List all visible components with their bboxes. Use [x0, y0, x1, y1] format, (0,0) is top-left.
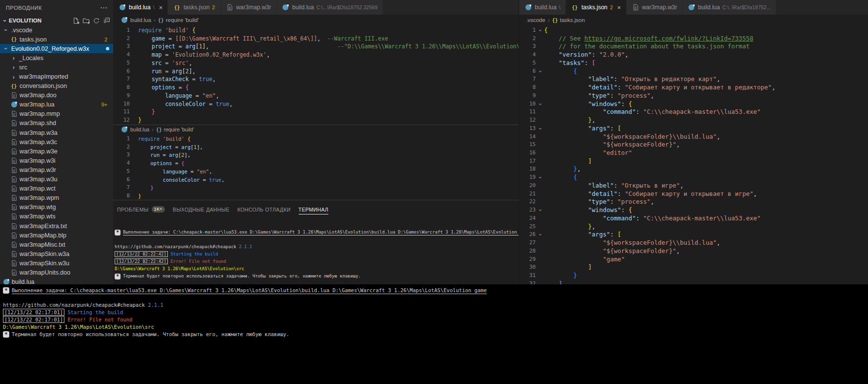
terminal-line: [12/13/22 02:22:42] Starting the build: [115, 251, 519, 258]
breadcrumb-item[interactable]: {}tasks.json: [552, 17, 585, 23]
lua-icon: [10, 101, 18, 108]
tab-badge: 2: [610, 4, 613, 10]
breadcrumb-item[interactable]: build.lua: [120, 126, 149, 133]
line-number: 6: [113, 67, 130, 76]
tree-item[interactable]: war3map.wct: [0, 184, 113, 193]
code-text: }: [138, 116, 141, 125]
panel-tab-output[interactable]: ВЫХОДНЫЕ ДАННЫЕ: [173, 207, 229, 214]
tree-item[interactable]: ›src: [0, 63, 113, 72]
tree-item[interactable]: war3map.w3c: [0, 137, 113, 147]
tab-label: build.lua: [129, 4, 151, 11]
new-file-icon[interactable]: [72, 17, 80, 24]
editor-tab[interactable]: build.lua\×: [113, 0, 168, 15]
code-line: 29 "game": [519, 256, 868, 264]
terminal-view[interactable]: *Выполнение задачи: C:\cheapack-master\l…: [113, 217, 519, 280]
tree-item[interactable]: build.lua: [0, 277, 113, 284]
terminal-line: *Терминал будет повторно использоваться …: [115, 273, 519, 280]
tree-item[interactable]: war3map.w3r: [0, 165, 113, 174]
tree-item[interactable]: war3mapUnits.doo: [0, 268, 113, 277]
editor-tab[interactable]: build.luaC:\...\Rar$DIa18752.32569: [277, 0, 383, 15]
tree-item[interactable]: war3map.w3i: [0, 156, 113, 165]
more-actions-icon[interactable]: ⋯: [100, 3, 107, 12]
tree-item[interactable]: war3map.w3e: [0, 147, 113, 156]
code-line: 2 project = arg[1],: [113, 143, 519, 151]
code-line: 20 "label": "Открыть в игре",: [519, 182, 868, 190]
code-text: }: [138, 192, 141, 200]
file-icon: [10, 166, 18, 174]
tree-item[interactable]: war3map.w3a: [0, 128, 113, 137]
line-number: 10: [519, 100, 536, 108]
terminal-text: [12/13/22 02:22:42] Error! File not foun…: [115, 258, 226, 265]
tree-item[interactable]: ›_Locales: [0, 53, 113, 63]
breadcrumb-label: require 'build': [164, 127, 194, 132]
editor-tab[interactable]: war3map.w3r: [221, 0, 277, 15]
tree-item[interactable]: war3mapSkin.w3u: [0, 258, 113, 268]
editor-tab[interactable]: {}tasks.json2: [168, 0, 220, 15]
bottom-terminal[interactable]: *Выполнение задачи: C:\cheapack-master\l…: [0, 284, 868, 384]
file-icon: [10, 194, 18, 202]
panel-tab-terminal[interactable]: ТЕРМИНАЛ: [299, 207, 329, 214]
code-line: 18 },: [519, 165, 868, 173]
line-number: 14: [519, 133, 536, 141]
line-number: 2: [519, 35, 536, 43]
line-number: 5: [519, 59, 536, 67]
tree-item[interactable]: war3map.mmp: [0, 109, 113, 119]
tree-item[interactable]: war3map.shd: [0, 119, 113, 128]
code-line: 27 "${workspaceFolder}\\build.lua",: [519, 239, 868, 247]
new-folder-icon[interactable]: [82, 17, 90, 24]
tree-item[interactable]: {}conversation.json: [0, 82, 113, 91]
tree-item[interactable]: war3map.w3u: [0, 175, 113, 184]
breadcrumb-item[interactable]: build.lua: [120, 16, 151, 24]
tree-item[interactable]: war3mapExtra.txt: [0, 221, 113, 231]
panel-tab-debug-console[interactable]: КОНСОЛЬ ОТЛАДКИ: [237, 207, 290, 214]
tree-item[interactable]: war3mapMisc.txt: [0, 240, 113, 249]
code-text: "label": "Открыть в редакторе карт",: [544, 75, 720, 84]
tree-item[interactable]: ›Evolution0.02_Reforged.w3x: [0, 44, 113, 53]
tree-item[interactable]: ›.vscode: [0, 25, 113, 35]
editor-tab[interactable]: {}tasks.json2×: [566, 0, 626, 15]
editor-build-lua[interactable]: 1require 'build' {2 game = [[D:\Games\Wa…: [113, 25, 519, 125]
code-text: "windows": {: [544, 206, 632, 214]
tree-item-label: war3map.w3i: [20, 157, 56, 164]
tab-badge: 2: [212, 4, 215, 10]
line-number: 9: [113, 92, 130, 100]
tree-item[interactable]: war3mapMap.blp: [0, 231, 113, 240]
panel-tab-problems[interactable]: ПРОБЛЕМЫ1K+: [117, 206, 165, 214]
symbol-object-icon: {}: [552, 18, 558, 23]
fold-icon: ›: [536, 100, 544, 108]
tree-item[interactable]: war3mapSkin.w3a: [0, 249, 113, 258]
line-number: 28: [519, 247, 536, 256]
editor-tab[interactable]: build.luaC:\..\Rar$DIa18752...: [683, 0, 776, 15]
workspace-section-header[interactable]: › EVOLUTION: [0, 16, 113, 25]
close-icon[interactable]: ×: [159, 4, 163, 11]
code-line: 4 options = {: [113, 159, 519, 168]
editor-build-lua-split[interactable]: 1require 'build' {2 project = arg[1],3 r…: [113, 134, 519, 200]
tree-item[interactable]: war3map.wtg: [0, 203, 113, 212]
breadcrumb-item[interactable]: {}require 'build': [158, 17, 199, 23]
editor-tab[interactable]: build.lua\: [519, 0, 566, 15]
refresh-icon[interactable]: [92, 17, 100, 24]
editor-tasks-json[interactable]: 1›{2 // See https://go.microsoft.com/fwl…: [519, 25, 868, 284]
file-icon: [10, 148, 18, 155]
code-text: consoleColor = true,: [138, 100, 233, 108]
tab-label: build.lua: [292, 4, 314, 11]
editor-tab[interactable]: war3map.w3r: [626, 0, 683, 15]
breadcrumb-item[interactable]: .vscode: [526, 17, 545, 23]
tree-item[interactable]: ›war3mapImported: [0, 72, 113, 81]
code-line: 10 consoleColor = true,: [113, 100, 519, 108]
breadcrumb-item[interactable]: {}require 'build': [156, 127, 194, 132]
tree-item[interactable]: war3map.lua9+: [0, 100, 113, 109]
tree-item[interactable]: war3map.wts: [0, 212, 113, 221]
line-number: 13: [519, 125, 536, 133]
close-icon[interactable]: ×: [617, 4, 621, 11]
code-text: "detail": "Собирает карту и открывает в …: [544, 190, 757, 198]
code-line: 22 "type": "process",: [519, 198, 868, 206]
tree-item[interactable]: war3map.wpm: [0, 193, 113, 203]
right-tab-bar: build.lua\{}tasks.json2×war3map.w3rbuild…: [519, 0, 868, 15]
tree-item[interactable]: {}tasks.json2: [0, 35, 113, 44]
tree-item[interactable]: war3map.doo: [0, 91, 113, 100]
code-text: },: [544, 223, 595, 231]
collapse-all-icon[interactable]: [102, 17, 110, 24]
tab-description: \: [153, 4, 155, 10]
line-number: 32: [519, 280, 536, 284]
